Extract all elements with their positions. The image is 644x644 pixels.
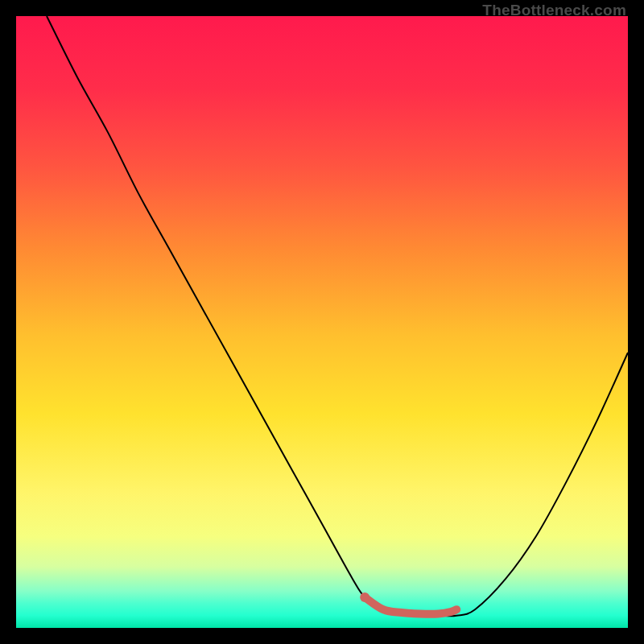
highlight-segment — [365, 597, 456, 614]
bottleneck-curve — [47, 16, 628, 616]
chart-frame: TheBottleneck.com — [0, 0, 644, 644]
highlight-start-dot — [360, 592, 369, 602]
chart-svg — [16, 16, 628, 628]
